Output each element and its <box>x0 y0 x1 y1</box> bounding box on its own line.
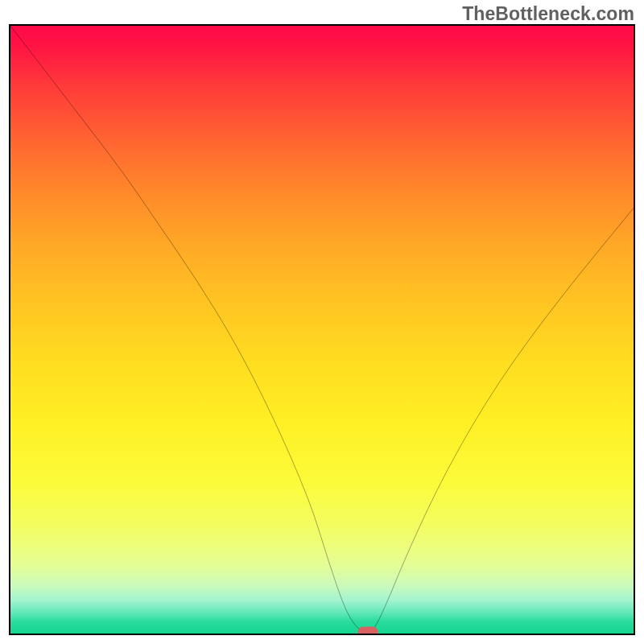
bottleneck-curve <box>10 26 634 634</box>
watermark-text: TheBottleneck.com <box>462 3 634 25</box>
chart-wrapper: TheBottleneck.com <box>0 0 644 644</box>
optimum-marker <box>357 626 378 635</box>
plot-frame <box>9 24 635 635</box>
